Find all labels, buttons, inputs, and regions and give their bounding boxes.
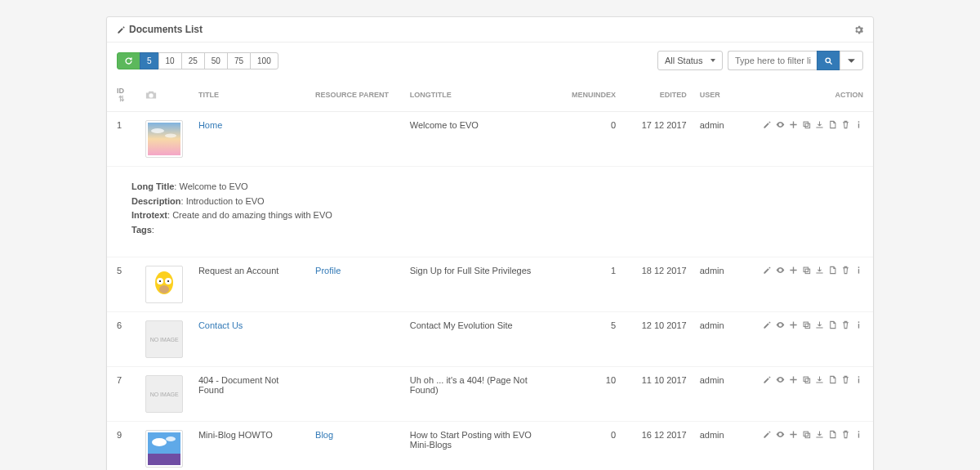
status-select[interactable]: All Status xyxy=(657,51,723,70)
edit-icon[interactable] xyxy=(763,266,772,275)
col-id[interactable]: ID ⇅ xyxy=(107,78,139,112)
cell-edited: 12 10 2017 xyxy=(622,312,693,367)
edit-icon[interactable] xyxy=(763,430,772,439)
file-icon[interactable] xyxy=(828,120,837,129)
svg-point-6 xyxy=(858,121,860,123)
detail-tags-label: Tags xyxy=(131,225,152,235)
info-icon[interactable] xyxy=(854,375,863,384)
table-row[interactable]: 5 Request an Account Profile Sign Up for… xyxy=(107,257,873,312)
filter-input[interactable] xyxy=(728,51,817,70)
edit-icon[interactable] xyxy=(763,320,772,329)
cell-longtitle: Uh oh ... it's a 404! (Page Not Found) xyxy=(403,367,558,422)
parent-link[interactable]: Blog xyxy=(315,430,333,440)
search-dropdown-button[interactable] xyxy=(840,51,863,70)
thumbnail-placeholder: NO IMAGE xyxy=(145,375,183,413)
page-size-100[interactable]: 100 xyxy=(250,52,278,69)
download-icon[interactable] xyxy=(815,120,824,129)
table-row[interactable]: 7 NO IMAGE 404 - Document Not Found Uh o… xyxy=(107,367,873,422)
copy-icon[interactable] xyxy=(802,320,811,329)
cell-id: 1 xyxy=(107,112,139,167)
file-icon[interactable] xyxy=(828,266,837,275)
col-menuindex[interactable]: MENUINDEX xyxy=(558,78,622,112)
plus-icon[interactable] xyxy=(789,120,798,129)
col-edited[interactable]: EDITED xyxy=(622,78,693,112)
cell-thumb: NO IMAGE xyxy=(139,367,192,422)
cell-thumb xyxy=(139,422,192,470)
plus-icon[interactable] xyxy=(789,266,798,275)
svg-rect-19 xyxy=(858,270,859,275)
page-size-5[interactable]: 5 xyxy=(140,52,159,69)
edit-icon[interactable] xyxy=(763,375,772,384)
download-icon[interactable] xyxy=(815,266,824,275)
cell-title: Contact Us xyxy=(192,312,309,367)
cell-parent xyxy=(309,112,403,167)
eye-icon[interactable] xyxy=(776,430,785,439)
info-icon[interactable] xyxy=(854,120,863,129)
trash-icon[interactable] xyxy=(841,120,850,129)
file-icon[interactable] xyxy=(828,430,837,439)
gear-icon[interactable] xyxy=(854,25,863,34)
svg-rect-25 xyxy=(805,379,810,384)
detail-introtext-value: Create and do amazing things with EVO xyxy=(172,210,332,220)
plus-icon[interactable] xyxy=(789,320,798,329)
trash-icon[interactable] xyxy=(841,430,850,439)
trash-icon[interactable] xyxy=(841,266,850,275)
info-icon[interactable] xyxy=(854,266,863,275)
title-link[interactable]: Contact Us xyxy=(198,320,243,330)
eye-icon[interactable] xyxy=(776,266,785,275)
table-row[interactable]: 6 NO IMAGE Contact Us Contact My Evoluti… xyxy=(107,312,873,367)
trash-icon[interactable] xyxy=(841,375,850,384)
eye-icon[interactable] xyxy=(776,320,785,329)
col-user[interactable]: USER xyxy=(693,78,756,112)
cell-actions xyxy=(756,422,873,470)
svg-point-14 xyxy=(159,285,169,293)
search-button[interactable] xyxy=(817,51,840,70)
copy-icon[interactable] xyxy=(802,120,811,129)
parent-link[interactable]: Profile xyxy=(315,266,341,275)
col-thumbnail xyxy=(139,78,192,112)
col-title[interactable]: TITLE xyxy=(192,78,309,112)
plus-icon[interactable] xyxy=(789,430,798,439)
info-icon[interactable] xyxy=(854,430,863,439)
svg-rect-16 xyxy=(804,267,808,272)
copy-icon[interactable] xyxy=(802,375,811,384)
cell-parent xyxy=(309,367,403,422)
cell-longtitle: Welcome to EVO xyxy=(403,112,558,167)
page-size-25[interactable]: 25 xyxy=(181,52,205,69)
file-icon[interactable] xyxy=(828,375,837,384)
eye-icon[interactable] xyxy=(776,375,785,384)
toolbar: 5 10 25 50 75 100 All Status xyxy=(107,43,873,78)
cell-menuindex: 0 xyxy=(558,422,622,470)
col-parent[interactable]: RESOURCE PARENT xyxy=(309,78,403,112)
cell-parent: Blog xyxy=(309,422,403,470)
edit-icon[interactable] xyxy=(763,120,772,129)
page-size-75[interactable]: 75 xyxy=(227,52,251,69)
col-longtitle[interactable]: LONGTITLE xyxy=(403,78,558,112)
title-link[interactable]: Home xyxy=(198,120,222,130)
copy-icon[interactable] xyxy=(802,266,811,275)
table-row[interactable]: 9 Mini-Blog HOWTO Blog How to Start Post… xyxy=(107,422,873,470)
cell-longtitle: Sign Up for Full Site Privileges xyxy=(403,257,558,312)
title-text: 404 - Document Not Found xyxy=(198,375,278,395)
panel-title: Documents List xyxy=(117,24,203,35)
cell-actions xyxy=(756,112,873,167)
download-icon[interactable] xyxy=(815,375,824,384)
page-size-50[interactable]: 50 xyxy=(204,52,228,69)
trash-icon[interactable] xyxy=(841,320,850,329)
download-icon[interactable] xyxy=(815,320,824,329)
sort-icon: ⇅ xyxy=(118,95,125,103)
table-row[interactable]: 1 Home Welcome to EVO 0 17 12 2017 admin xyxy=(107,112,873,167)
refresh-button[interactable] xyxy=(117,52,140,69)
cell-user: admin xyxy=(693,367,756,422)
plus-icon[interactable] xyxy=(789,375,798,384)
cell-actions xyxy=(756,367,873,422)
page-size-10[interactable]: 10 xyxy=(158,52,182,69)
copy-icon[interactable] xyxy=(802,430,811,439)
cell-menuindex: 1 xyxy=(558,257,622,312)
file-icon[interactable] xyxy=(828,320,837,329)
eye-icon[interactable] xyxy=(776,120,785,129)
cell-id: 6 xyxy=(107,312,139,367)
svg-point-3 xyxy=(165,134,176,138)
info-icon[interactable] xyxy=(854,320,863,329)
download-icon[interactable] xyxy=(815,430,824,439)
